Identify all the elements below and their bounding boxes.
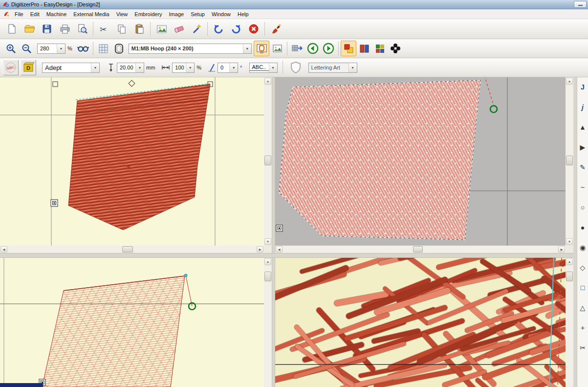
monogram-seal-button[interactable]: ABG	[3, 60, 19, 75]
letter-width-combo[interactable]: 100 ▼	[172, 63, 195, 73]
scroll-right-icon[interactable]: ▶	[558, 246, 565, 252]
menu-external-media[interactable]: External Media	[70, 10, 112, 18]
overlap-objects-button[interactable]	[341, 41, 356, 56]
open-button[interactable]	[21, 20, 38, 38]
scroll-right-icon[interactable]: ▶	[257, 246, 263, 252]
menu-image[interactable]: Image	[166, 10, 188, 18]
trueview-vscrollbar[interactable]: ▲	[566, 258, 573, 387]
hoop-select-combo[interactable]: M1:MB Hoop (240 × 200) ▼	[129, 44, 252, 54]
lettering-tool[interactable]: J	[577, 80, 588, 94]
copy-button[interactable]	[113, 20, 131, 38]
undo-button[interactable]	[210, 20, 227, 38]
save-button[interactable]	[38, 20, 56, 38]
outline-vscrollbar[interactable]: ▲	[264, 258, 272, 387]
chevron-down-icon[interactable]: ▼	[57, 44, 65, 53]
stop-button[interactable]	[245, 20, 262, 38]
wireframe-object[interactable]	[42, 276, 185, 387]
design-check-button[interactable]	[267, 20, 284, 38]
hoop-toggle-button[interactable]	[111, 41, 127, 56]
target-tool[interactable]: ◉	[577, 241, 588, 254]
zoom-out-button[interactable]	[19, 41, 34, 56]
stitch-view-b-button[interactable]	[372, 41, 388, 56]
chevron-down-icon[interactable]: ▼	[91, 63, 99, 72]
grid-toggle-button[interactable]	[95, 41, 111, 56]
color-flower-button[interactable]	[388, 41, 403, 56]
scroll-thumb[interactable]	[264, 156, 271, 165]
print-button[interactable]	[56, 20, 73, 38]
menu-window[interactable]: Window	[208, 10, 234, 18]
scroll-thumb[interactable]	[122, 246, 133, 252]
magic-wand-button[interactable]	[188, 20, 205, 38]
outline-viewport[interactable]	[0, 258, 264, 387]
hoop-position-button[interactable]	[254, 41, 269, 56]
filled-shape-tool[interactable]: ●	[577, 221, 588, 234]
scroll-thumb[interactable]	[566, 272, 573, 281]
open-shape-tool[interactable]: ~	[577, 181, 588, 194]
menu-machine[interactable]: Machine	[43, 10, 70, 18]
send-to-machine-button[interactable]	[289, 41, 305, 56]
scroll-thumb[interactable]	[413, 246, 423, 252]
stitched-object-zoom[interactable]	[279, 80, 480, 240]
chevron-down-icon[interactable]: ▼	[348, 63, 357, 72]
scroll-down-icon[interactable]: ▼	[264, 238, 271, 245]
menu-embroidery[interactable]: Embroidery	[131, 10, 165, 18]
diamond-tool[interactable]: ◇	[577, 261, 588, 274]
chevron-down-icon[interactable]: ▼	[243, 44, 251, 53]
reshape-tool[interactable]: ▶	[577, 140, 588, 154]
chevron-down-icon[interactable]: ▼	[135, 63, 144, 72]
monogram-tool[interactable]: j	[577, 100, 588, 114]
closed-shape-tool[interactable]: ○	[577, 201, 588, 214]
design-hscrollbar[interactable]: ◀ ▶	[0, 246, 264, 253]
add-tool[interactable]: +	[577, 321, 588, 335]
menu-view[interactable]: View	[113, 10, 131, 18]
menu-edit[interactable]: Edit	[27, 10, 43, 18]
show-picture-button[interactable]	[269, 41, 285, 56]
rect-tool[interactable]: □	[577, 281, 588, 295]
design-vscrollbar[interactable]: ▲ ▼	[264, 77, 272, 246]
lettering-art-combo[interactable]: Lettering Art ▼	[308, 63, 357, 73]
scroll-up-icon[interactable]: ▲	[264, 78, 271, 85]
horizontal-splitter[interactable]	[0, 253, 573, 258]
design-viewport[interactable]	[0, 77, 264, 246]
entry-point[interactable]	[184, 274, 187, 277]
menu-file[interactable]: File	[11, 10, 27, 18]
print-preview-button[interactable]	[73, 20, 91, 38]
next-design-button[interactable]	[321, 41, 336, 56]
cut-tool[interactable]: ✂	[577, 341, 588, 355]
scroll-left-icon[interactable]: ◀	[276, 246, 283, 252]
insert-picture-button[interactable]	[152, 20, 170, 38]
design-library-button[interactable]: D	[21, 60, 36, 75]
chevron-down-icon[interactable]: ▼	[269, 63, 277, 72]
select-tool[interactable]: ▲	[577, 120, 588, 134]
minimize-button[interactable]	[574, 1, 587, 8]
overview-glasses-button[interactable]	[75, 41, 91, 56]
scroll-up-icon[interactable]: ▲	[264, 258, 271, 265]
paste-button[interactable]	[131, 20, 148, 38]
letter-height-combo[interactable]: 20.00 ▼	[117, 63, 144, 73]
monogram-shield-button[interactable]	[288, 60, 304, 75]
trueview-viewport[interactable]	[275, 258, 566, 387]
pen-tool[interactable]: ✎	[577, 160, 588, 174]
new-document-button[interactable]	[3, 20, 21, 38]
menu-setup[interactable]: Setup	[187, 10, 208, 18]
chevron-down-icon[interactable]: ▼	[229, 63, 238, 72]
menu-help[interactable]: Help	[234, 10, 252, 18]
artistic-hscrollbar[interactable]: ◀ ▶	[275, 246, 566, 253]
cut-button[interactable]: ✂	[95, 20, 113, 38]
scroll-thumb[interactable]	[264, 272, 271, 281]
triangle-tool[interactable]: △	[577, 301, 588, 315]
zoom-in-button[interactable]	[3, 41, 19, 56]
scroll-down-icon[interactable]: ▼	[566, 238, 573, 245]
redo-button[interactable]	[227, 20, 245, 38]
scroll-left-icon[interactable]: ◀	[0, 246, 7, 252]
letter-slant-combo[interactable]: 0 ▼	[218, 63, 238, 73]
chevron-down-icon[interactable]: ▼	[186, 63, 194, 72]
baseline-combo[interactable]: ABC.. ▼	[249, 63, 278, 73]
scroll-up-icon[interactable]: ▲	[566, 258, 573, 265]
artistic-vscrollbar[interactable]: ▲ ▼	[566, 77, 573, 246]
zoom-level-combo[interactable]: 280 ▼	[37, 44, 65, 54]
artistic-viewport[interactable]	[275, 77, 566, 246]
vertical-splitter[interactable]	[272, 77, 275, 387]
font-combo[interactable]: Adept ▼	[42, 63, 100, 73]
stitch-view-a-button[interactable]	[356, 41, 372, 56]
